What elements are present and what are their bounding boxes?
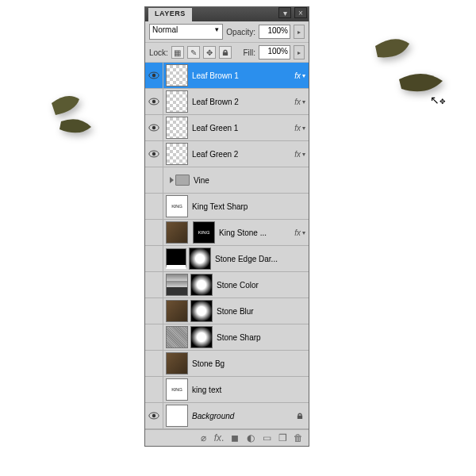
fx-icon[interactable]: fx bbox=[294, 71, 301, 80]
layer-name: king text bbox=[190, 386, 309, 394]
visibility-toggle[interactable] bbox=[145, 63, 163, 88]
layer-row[interactable]: Leaf Brown 2fx▾ bbox=[145, 89, 309, 115]
visibility-toggle[interactable] bbox=[145, 220, 163, 245]
visibility-toggle[interactable] bbox=[145, 194, 163, 219]
fx-icon[interactable]: fx bbox=[294, 150, 301, 159]
folder-icon bbox=[175, 175, 190, 186]
visibility-toggle[interactable] bbox=[145, 167, 163, 193]
footer-adjust-icon[interactable]: ◐ bbox=[245, 432, 256, 443]
lock-label: Lock: bbox=[149, 48, 168, 57]
mask-thumb bbox=[190, 300, 213, 322]
mask-thumb bbox=[190, 326, 213, 348]
svg-point-9 bbox=[152, 414, 155, 417]
fx-expand-icon[interactable]: ▾ bbox=[302, 229, 305, 236]
svg-point-7 bbox=[152, 152, 155, 155]
lock-transparency-button[interactable]: ▦ bbox=[171, 46, 184, 59]
visibility-toggle[interactable] bbox=[145, 89, 163, 114]
visibility-toggle[interactable] bbox=[145, 377, 163, 402]
lock-pixels-button[interactable]: ✎ bbox=[187, 46, 200, 59]
footer-trash-icon[interactable]: 🗑︎ bbox=[293, 432, 304, 443]
layer-row[interactable]: KINGking text bbox=[145, 377, 309, 403]
layer-name: Stone Color bbox=[215, 281, 309, 290]
layer-name: Vine bbox=[192, 176, 309, 185]
visibility-toggle[interactable] bbox=[145, 272, 163, 298]
mask-thumb bbox=[189, 248, 211, 270]
fx-expand-icon[interactable]: ▾ bbox=[302, 72, 305, 79]
fill-input[interactable]: 100% bbox=[259, 45, 290, 60]
layer-name: Leaf Green 1 bbox=[190, 124, 294, 132]
fx-expand-icon[interactable]: ▾ bbox=[302, 125, 305, 132]
layer-row[interactable]: Leaf Brown 1fx▾ bbox=[145, 63, 309, 89]
footer-fx-icon[interactable]: fx. bbox=[213, 432, 225, 443]
layer-row[interactable]: Stone Color bbox=[145, 272, 309, 298]
layer-name: Leaf Green 2 bbox=[190, 150, 294, 159]
visibility-toggle[interactable] bbox=[145, 246, 163, 271]
layer-row[interactable]: Stone Sharp bbox=[145, 324, 309, 351]
layer-row[interactable]: Leaf Green 2fx▾ bbox=[145, 141, 309, 167]
expand-icon[interactable] bbox=[170, 177, 174, 183]
fx-expand-icon[interactable]: ▾ bbox=[302, 98, 305, 106]
layers-panel: LAYERS ▾× Normal Opacity: 100% ▸ Lock: ▦… bbox=[144, 6, 309, 447]
visibility-toggle[interactable] bbox=[145, 115, 163, 140]
canvas-leaf-right bbox=[363, 32, 451, 111]
blend-mode-select[interactable]: Normal bbox=[149, 24, 223, 40]
layer-row[interactable]: Stone Bg bbox=[145, 351, 309, 377]
fx-icon[interactable]: fx bbox=[294, 228, 301, 237]
opacity-input[interactable]: 100% bbox=[259, 25, 290, 39]
layer-row[interactable]: Background🔒︎ bbox=[145, 403, 309, 429]
layer-name: Background bbox=[190, 412, 296, 420]
footer-link-icon[interactable]: ⌀ bbox=[198, 432, 209, 443]
layer-name: Leaf Brown 1 bbox=[190, 71, 294, 80]
layer-name: Stone Blur bbox=[215, 307, 309, 316]
lock-icon: 🔒︎ bbox=[296, 412, 304, 420]
window-collapse-button[interactable]: ▾ bbox=[278, 7, 291, 18]
mask-thumb bbox=[190, 274, 213, 296]
layer-name: Stone Edge Dar... bbox=[213, 255, 309, 263]
layer-list: Leaf Brown 1fx▾Leaf Brown 2fx▾Leaf Green… bbox=[145, 63, 309, 429]
fx-expand-icon[interactable]: ▾ bbox=[302, 151, 305, 158]
fx-icon[interactable]: fx bbox=[294, 124, 301, 132]
layer-row[interactable]: KINGKing Text Sharp bbox=[145, 194, 309, 220]
visibility-toggle[interactable] bbox=[145, 403, 163, 428]
layer-name: Stone Bg bbox=[190, 359, 309, 368]
svg-point-1 bbox=[152, 74, 155, 77]
canvas-leaf-left bbox=[36, 83, 107, 147]
fx-icon[interactable]: fx bbox=[294, 98, 301, 106]
visibility-toggle[interactable] bbox=[145, 324, 163, 350]
footer-group-icon[interactable]: ▭ bbox=[261, 432, 272, 443]
fill-label: Fill: bbox=[243, 48, 255, 57]
layer-name: Stone Sharp bbox=[215, 333, 309, 342]
footer-new-icon[interactable]: ❐ bbox=[277, 432, 288, 443]
layer-name: King Stone ... bbox=[217, 228, 294, 237]
layer-name: King Text Sharp bbox=[190, 202, 309, 211]
opacity-label: Opacity: bbox=[226, 28, 255, 36]
layer-row[interactable]: Stone Edge Dar... bbox=[145, 246, 309, 272]
lock-position-button[interactable]: ✥ bbox=[203, 46, 216, 59]
layer-name: Leaf Brown 2 bbox=[190, 98, 294, 106]
layer-row[interactable]: Leaf Green 1fx▾ bbox=[145, 115, 309, 141]
svg-point-3 bbox=[152, 100, 155, 103]
visibility-toggle[interactable] bbox=[145, 141, 163, 167]
footer-mask-icon[interactable]: ◼ bbox=[229, 432, 240, 443]
layer-row[interactable]: Stone Blur bbox=[145, 298, 309, 324]
lock-all-button[interactable]: 🔒︎ bbox=[219, 46, 232, 59]
layer-row[interactable]: KINGKing Stone ...fx▾ bbox=[145, 220, 309, 246]
visibility-toggle[interactable] bbox=[145, 298, 163, 324]
panel-tab-layers[interactable]: LAYERS bbox=[148, 8, 192, 22]
opacity-flyout-button[interactable]: ▸ bbox=[294, 25, 305, 39]
visibility-toggle[interactable] bbox=[145, 351, 163, 376]
panel-footer: ⌀ fx. ◼ ◐ ▭ ❐ 🗑︎ bbox=[145, 429, 309, 446]
layer-row[interactable]: Vine bbox=[145, 167, 309, 194]
svg-point-5 bbox=[152, 126, 155, 129]
panel-tabbar: LAYERS ▾× bbox=[145, 7, 309, 21]
fill-flyout-button[interactable]: ▸ bbox=[294, 45, 305, 60]
window-close-button[interactable]: × bbox=[294, 7, 307, 18]
